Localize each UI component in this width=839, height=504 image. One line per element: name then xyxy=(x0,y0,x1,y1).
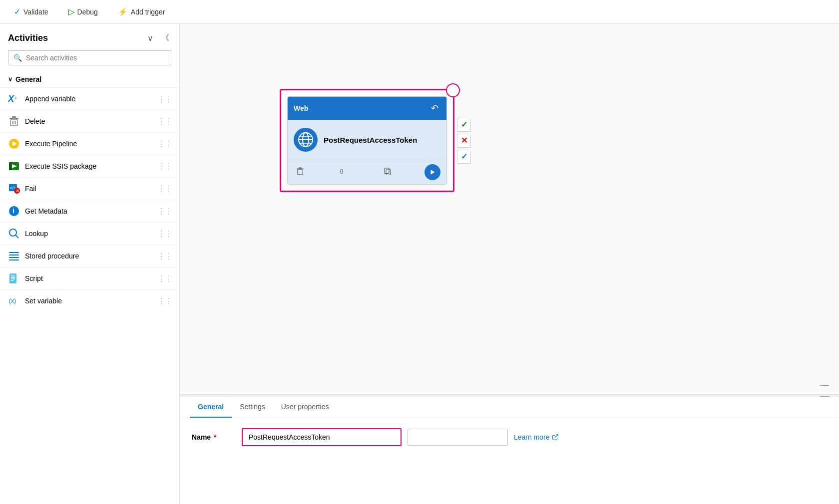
get-metadata-icon: i xyxy=(8,205,20,217)
name-field-row: Name * Learn more xyxy=(192,428,827,446)
script-icon xyxy=(8,272,20,284)
bottom-tabs: General Settings User properties xyxy=(180,397,839,418)
node-undo-button[interactable]: ↶ xyxy=(429,101,440,116)
node-success-button[interactable]: ✓ xyxy=(457,118,471,132)
drag-handle-icon: ⋮⋮ xyxy=(157,252,171,261)
list-item[interactable]: Lookup ⋮⋮ xyxy=(0,222,179,245)
tab-general[interactable]: General xyxy=(190,397,232,418)
activity-left: i Get Metadata xyxy=(8,205,67,217)
add-trigger-button[interactable]: ⚡ Add trigger xyxy=(114,5,169,18)
svg-text:i: i xyxy=(12,207,14,215)
svg-rect-38 xyxy=(298,170,303,175)
svg-rect-22 xyxy=(9,254,19,255)
activity-left: X + Append variable xyxy=(8,93,75,105)
required-star: * xyxy=(212,433,216,441)
node-code-button[interactable]: {} xyxy=(337,165,350,180)
canvas-selected-border: Web ↶ xyxy=(280,89,454,192)
activity-left: (x) Set variable xyxy=(8,295,62,307)
activity-left: Execute SSIS package xyxy=(8,160,96,172)
canvas-workspace[interactable]: Web ↶ xyxy=(180,24,839,394)
list-item[interactable]: (x) Set variable ⋮⋮ xyxy=(0,289,179,312)
activity-label: Lookup xyxy=(25,230,48,238)
activity-label: Append variable xyxy=(25,95,75,103)
svg-line-20 xyxy=(15,235,18,238)
debug-label: Debug xyxy=(77,8,98,16)
svg-text:{}: {} xyxy=(340,168,344,174)
search-icon: 🔍 xyxy=(13,54,22,62)
list-item[interactable]: Execute Pipeline ⋮⋮ xyxy=(0,132,179,155)
bottom-content: Name * Learn more xyxy=(180,418,839,504)
activity-label: Get Metadata xyxy=(25,207,67,215)
web-icon xyxy=(294,128,318,152)
node-fail-button[interactable]: ✕ xyxy=(457,134,471,148)
add-trigger-label: Add trigger xyxy=(131,8,165,16)
name-input[interactable] xyxy=(242,428,402,446)
node-header: Web ↶ xyxy=(288,97,446,120)
debug-icon: ▷ xyxy=(68,7,74,16)
collapse-all-button[interactable]: 《 xyxy=(159,32,171,44)
svg-rect-41 xyxy=(385,168,389,174)
name-secondary-input[interactable] xyxy=(408,429,508,446)
node-completion-button[interactable]: ✓ xyxy=(457,150,471,164)
node-copy-button[interactable] xyxy=(381,165,394,180)
svg-rect-25 xyxy=(9,273,16,283)
trigger-icon: ⚡ xyxy=(118,7,128,16)
node-footer: {} xyxy=(288,160,446,184)
resize-handle[interactable]: — xyxy=(820,380,829,390)
list-item[interactable]: Execute SSIS package ⋮⋮ xyxy=(0,155,179,177)
drag-handle-icon: ⋮⋮ xyxy=(157,162,171,171)
svg-rect-23 xyxy=(9,257,19,258)
drag-handle-icon: ⋮⋮ xyxy=(157,274,171,283)
append-variable-icon: X + xyxy=(8,93,20,105)
validate-button[interactable]: ✓ Validate xyxy=(10,5,52,18)
node-delete-button[interactable] xyxy=(294,165,307,180)
node-side-actions: ✓ ✕ ✓ xyxy=(457,118,471,164)
list-item[interactable]: Stored procedure ⋮⋮ xyxy=(0,245,179,267)
list-item[interactable]: Script ⋮⋮ xyxy=(0,267,179,289)
activity-label: Stored procedure xyxy=(25,252,79,260)
svg-point-19 xyxy=(9,229,16,236)
bottom-panel: — General Settings User properties Name … xyxy=(180,394,839,504)
execute-ssis-icon xyxy=(8,160,20,172)
execute-pipeline-icon xyxy=(8,138,20,150)
drag-handle-icon: ⋮⋮ xyxy=(157,207,171,216)
activity-left: Lookup xyxy=(8,228,48,240)
sidebar-title: Activities xyxy=(8,33,48,43)
list-item[interactable]: X + Append variable ⋮⋮ xyxy=(0,87,179,110)
general-group-header[interactable]: ∨ General xyxy=(0,71,179,87)
list-item[interactable]: </> ✕ Fail ⋮⋮ xyxy=(0,177,179,200)
toolbar: ✓ Validate ▷ Debug ⚡ Add trigger xyxy=(0,0,839,24)
node-header-label: Web xyxy=(294,104,308,112)
tab-user-properties[interactable]: User properties xyxy=(273,397,337,418)
node-body: PostRequestAccessToken xyxy=(288,120,446,160)
list-item[interactable]: i Get Metadata ⋮⋮ xyxy=(0,200,179,222)
activity-label: Set variable xyxy=(25,297,62,305)
svg-text:+: + xyxy=(14,95,17,101)
chevron-down-icon: ∨ xyxy=(8,76,12,83)
collapse-button[interactable]: ∨ xyxy=(145,32,155,44)
debug-button[interactable]: ▷ Debug xyxy=(64,5,102,18)
activity-label: Execute SSIS package xyxy=(25,162,96,170)
svg-line-43 xyxy=(554,435,557,438)
activity-label: Fail xyxy=(25,185,36,193)
svg-rect-40 xyxy=(386,170,391,175)
tab-settings[interactable]: Settings xyxy=(232,397,273,418)
svg-text:(x): (x) xyxy=(9,297,16,304)
activity-left: </> ✕ Fail xyxy=(8,183,36,195)
node-navigate-button[interactable] xyxy=(424,164,440,180)
name-label: Name * xyxy=(192,433,232,441)
svg-rect-36 xyxy=(297,169,304,170)
node-name: PostRequestAccessToken xyxy=(324,136,417,144)
search-input[interactable] xyxy=(26,54,166,62)
activity-label: Delete xyxy=(25,117,45,125)
learn-more-link[interactable]: Learn more xyxy=(514,433,559,441)
activity-label: Execute Pipeline xyxy=(25,140,77,148)
list-item[interactable]: Delete ⋮⋮ xyxy=(0,110,179,132)
sidebar-content: ∨ General X + Append variable ⋮⋮ xyxy=(0,71,179,504)
svg-rect-3 xyxy=(12,116,16,118)
node-delete-circle[interactable] xyxy=(446,83,460,97)
canvas-node[interactable]: Web ↶ xyxy=(287,96,447,185)
sidebar: Activities ∨ 《 🔍 ∨ General X xyxy=(0,24,180,504)
svg-rect-24 xyxy=(9,259,19,260)
drag-handle-icon: ⋮⋮ xyxy=(157,117,171,126)
